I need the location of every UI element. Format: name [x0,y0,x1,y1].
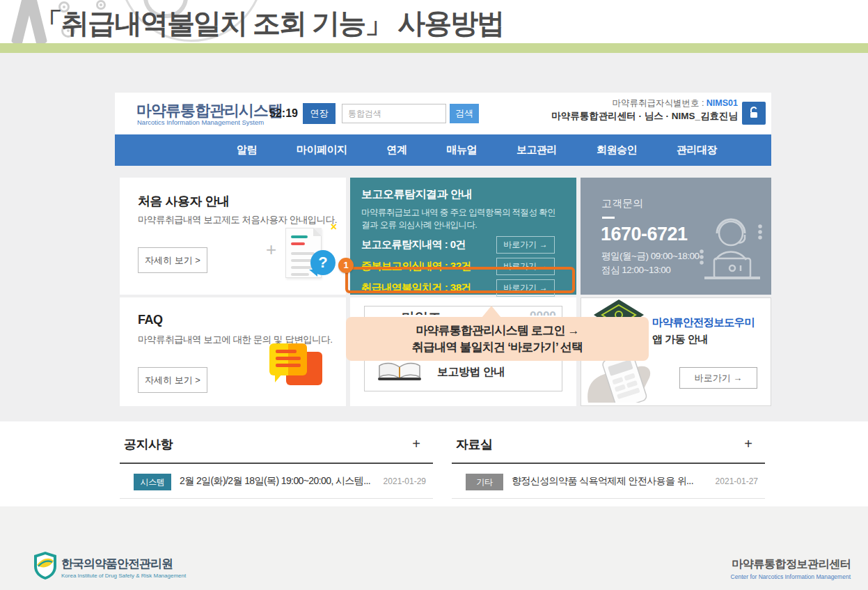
nav-item-manual[interactable]: 매뉴얼 [447,143,478,157]
guide-partial-title: 마일즈 [402,309,450,315]
first-user-detail-button[interactable]: 자세히 보기 > [138,247,207,273]
archive-title: 자료실 [456,436,493,453]
archive-date: 2021-01-27 [716,476,758,486]
footer-left-name: 한국의약품안전관리원 [61,556,186,572]
unlock-icon [748,110,759,121]
card-first-user-guide: 처음 사용자 안내 마약류취급내역 보고제도 처음사용자 안내입니다. 자세히 … [120,178,346,295]
callout-line-2: 취급내역 불일치건 ‘바로가기’ 선택 [346,339,649,356]
slide: 「취급내역불일치 조회 기능」 사용방법 마약류통합관리시스템 Narcotic… [0,0,868,590]
step-1-badge: 1 [338,258,354,273]
guide-partial-count: 0000 [530,309,565,316]
session-timer: 52:19 [269,107,298,120]
go-button-error[interactable]: 바로가기 → [496,236,555,254]
footer-right-subtitle: Center for Narcotics Information Managem… [731,573,851,580]
lock-button[interactable] [742,102,766,125]
card-desc-line1: 마약류취급보고 내역 중 주요 입력항목의 적절성 확인 [361,207,555,219]
footer-left-logo: 한국의약품안전관리원 Korea Institute of Drug Safet… [33,551,186,583]
search-input[interactable] [342,104,446,123]
card-title: 보고오류탐지결과 안내 [361,187,472,202]
chat-bubbles-icon [269,343,324,391]
notice-date: 2021-01-29 [384,476,426,486]
archive-badge: 기타 [466,474,503,490]
contact-dash [602,217,615,219]
notice-more-button[interactable]: + [412,436,420,452]
archive-section: 자료실 + 기타 향정신성의약품 식욕억제제 안전사용을 위... 2021-0… [452,430,765,499]
archive-text: 향정신성의약품 식욕억제제 안전사용을 위... [512,475,693,488]
guide-book-label: 보고방법 안내 [437,365,505,380]
instruction-callout: 마약류통합관리시스템 로그인 → 취급내역 불일치건 ‘바로가기’ 선택 [346,317,649,361]
row-error-count: 보고오류탐지내역 : 0건 [361,238,466,251]
card-title: FAQ [138,313,163,327]
notice-row[interactable]: 시스템 2월 2일(화)/2월 18일(목) 19:00~20:00, 시스템.… [120,464,433,499]
main-nav: 알림 마이페이지 연계 매뉴얼 보고관리 회원승인 관리대장 [115,134,771,166]
call-center-operator-icon [691,210,767,289]
notice-badge: 시스템 [134,474,171,490]
contact-phone-number: 1670-6721 [601,224,688,245]
card-customer-contact: 고객문의 1670-6721 평일(월~금) 09:00~18:00 점심 12… [581,178,771,295]
page-title: 「취급내역불일치 조회 기능」 사용방법 [35,4,503,42]
kids-shield-icon [33,551,57,583]
archive-more-button[interactable]: + [744,436,752,452]
notice-board-section: 공지사항 + 시스템 2월 2일(화)/2월 18일(목) 19:00~20:0… [120,430,433,499]
user-id-value: NIMS01 [707,98,738,108]
archive-row[interactable]: 기타 향정신성의약품 식욕억제제 안전사용을 위... 2021-01-27 [452,464,765,499]
app-title: 마약류안전정보도우미 [652,316,755,330]
nav-item-member-approval[interactable]: 회원승인 [597,143,637,157]
contact-hours: 평일(월~금) 09:00~18:00 [601,250,700,263]
contact-lunch-hours: 점심 12:00~13:00 [601,264,670,277]
title-band: 「취급내역불일치 조회 기능」 사용방법 [0,0,868,43]
search-button[interactable]: 검색 [450,104,479,123]
nav-item-ledger[interactable]: 관리대장 [677,143,717,157]
nav-item-alerts[interactable]: 알림 [237,143,257,157]
footer-left-subtitle: Korea Institute of Drug Safety & Risk Ma… [61,573,186,579]
notice-title: 공지사항 [124,436,173,453]
callout-line-1: 마약류통합관리시스템 로그인 → [346,323,649,339]
user-org-line: 마약류통합관리센터 · 님스 · NIMS_김효진님 [551,110,738,123]
card-title: 처음 사용자 안내 [138,193,230,210]
site-header: 마약류통합관리시스템 Narcotics Information Managem… [115,93,771,134]
open-book-icon [377,362,423,385]
mismatch-row-highlight [345,267,575,293]
user-id-line: 마약류취급자식별번호 : NIMS01 [612,98,738,109]
app-go-button[interactable]: 바로가기 → [679,367,757,389]
document-question-icon: +× ? [266,224,342,290]
green-divider-strip [0,43,868,53]
footer-right-name: 마약류통합정보관리센터 [731,557,851,572]
nav-item-mypage[interactable]: 마이페이지 [297,143,347,157]
user-id-label: 마약류취급자식별번호 : [612,98,706,108]
contact-title: 고객문의 [601,197,643,210]
site-logo-subtitle: Narcotics Information Management System [137,118,264,126]
card-desc-line2: 결과 오류 의심사례 안내입니다. [361,219,477,231]
nav-item-link[interactable]: 연계 [387,143,407,157]
notice-text: 2월 2일(화)/2월 18일(목) 19:00~20:00, 시스템... [180,475,370,488]
footer-right-logo: 마약류통합정보관리센터 Center for Narcotics Informa… [731,557,851,580]
nav-item-report-mgmt[interactable]: 보고관리 [516,143,557,157]
session-extend-button[interactable]: 연장 [303,103,336,124]
card-faq: FAQ 마약류취급내역 보고에 대한 문의 및 답변입니다. 자세히 보기 > [120,297,346,406]
faq-detail-button[interactable]: 자세히 보기 > [138,367,207,393]
